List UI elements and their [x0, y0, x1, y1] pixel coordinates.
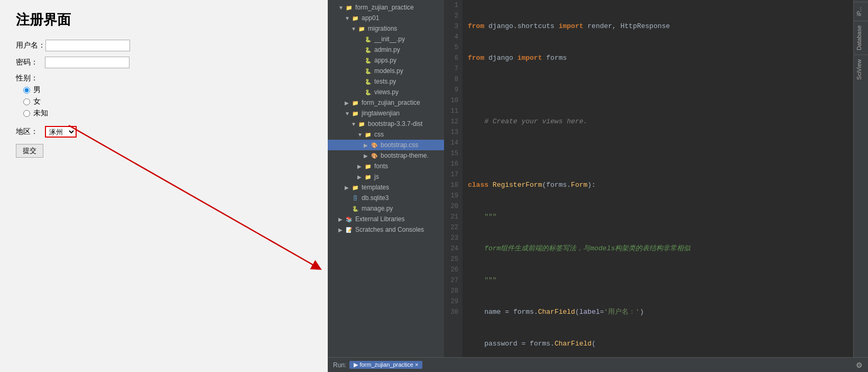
- libs-icon: 📚: [345, 215, 353, 223]
- tree-label: app01: [362, 14, 379, 22]
- tree-item-tests-py[interactable]: 🐍 tests.py: [328, 76, 444, 87]
- tree-item-external-libs[interactable]: ▶ 📚 External Libraries: [328, 214, 444, 224]
- password-label: 密码：: [16, 58, 45, 67]
- tree-label: migrations: [368, 25, 397, 32]
- tree-item-views-py[interactable]: 🐍 views.py: [328, 87, 444, 97]
- settings-gear-icon[interactable]: ⚙: [856, 361, 863, 369]
- radio-female-label: 女: [33, 97, 41, 106]
- tree-label: External Libraries: [355, 215, 404, 223]
- tree-label: jingtaiwenjian: [362, 110, 400, 117]
- line-numbers: 1 2 3 4 5 6 7 8 9 10 11 12 13 14: [444, 0, 463, 357]
- code-line-8: form组件生成前端的标签写法，与models构架类的表结构非常相似: [468, 243, 848, 254]
- line-num-13: 13: [448, 127, 458, 138]
- tab-database[interactable]: Database: [854, 21, 868, 55]
- line-num-9: 9: [448, 85, 458, 95]
- line-num-30: 30: [448, 307, 458, 317]
- tree-label: apps.py: [374, 57, 396, 64]
- folder-icon: 📁: [351, 98, 359, 107]
- red-arrow: [0, 0, 328, 372]
- radio-male[interactable]: [23, 87, 30, 94]
- folder-icon: 📁: [351, 109, 359, 117]
- username-input[interactable]: [45, 40, 130, 51]
- tree-item-jingtaiwenjian[interactable]: ▼ 📁 jingtaiwenjian: [328, 108, 444, 119]
- tree-item-apps-py[interactable]: 🐍 apps.py: [328, 55, 444, 66]
- svg-line-0: [69, 125, 317, 267]
- tree-item-form-zujian-practice[interactable]: ▼ 📁 form_zujian_practice: [328, 2, 444, 13]
- tab-ip[interactable]: iP...: [854, 2, 868, 21]
- username-label: 用户名：: [16, 41, 45, 50]
- radio-female-item: 女: [23, 97, 312, 106]
- py-file-icon: 🐍: [364, 56, 372, 65]
- tree-item-manage-py[interactable]: 🐍 manage.py: [328, 203, 444, 214]
- tree-item-scratches[interactable]: ▶ 📝 Scratches and Consoles: [328, 224, 444, 235]
- line-num-12: 12: [448, 116, 458, 127]
- tree-item-app01[interactable]: ▼ 📁 app01: [328, 13, 444, 23]
- code-line-9: """: [468, 275, 848, 286]
- run-indicator: Run: ▶ form_zujian_practice ×: [333, 361, 422, 369]
- tree-label: form_zujian_practice: [355, 4, 414, 11]
- py-file-icon: 🐍: [351, 204, 359, 213]
- close-tab-label[interactable]: ×: [415, 361, 418, 368]
- code-line-2: from django import forms: [468, 53, 848, 63]
- area-select[interactable]: 涿州 北京 保定: [45, 126, 77, 138]
- db-file-icon: 🗄: [351, 194, 359, 202]
- code-line-7: """: [468, 212, 848, 222]
- tree-label: db.sqlite3: [362, 194, 389, 202]
- tree-label: fonts: [374, 162, 388, 170]
- radio-unknown[interactable]: [23, 110, 30, 117]
- radio-female[interactable]: [23, 98, 30, 105]
- tree-item-db-sqlite[interactable]: 🗄 db.sqlite3: [328, 193, 444, 203]
- line-num-1: 1: [448, 0, 458, 11]
- file-tree[interactable]: ▼ 📁 form_zujian_practice ▼ 📁 app01 ▼ 📁 m…: [328, 0, 444, 357]
- ide-panel: ▼ 📁 form_zujian_practice ▼ 📁 app01 ▼ 📁 m…: [328, 0, 868, 372]
- folder-icon: 📁: [364, 130, 372, 139]
- line-num-5: 5: [448, 42, 458, 53]
- project-run-label[interactable]: ▶ form_zujian_practice ×: [349, 361, 422, 369]
- code-line-3: [468, 85, 848, 95]
- tree-item-bootstrap-theme[interactable]: ▶ 🎨 bootstrap-theme.: [328, 150, 444, 161]
- tree-item-admin-py[interactable]: 🐍 admin.py: [328, 44, 444, 55]
- run-text: Run:: [333, 361, 346, 369]
- tree-label: views.py: [374, 88, 399, 96]
- folder-icon: 📁: [364, 173, 372, 181]
- py-file-icon: 🐍: [364, 77, 372, 86]
- password-input[interactable]: [45, 57, 130, 68]
- tree-label: __init__.py: [374, 35, 405, 43]
- line-num-22: 22: [448, 222, 458, 233]
- line-num-17: 17: [448, 169, 458, 180]
- submit-button[interactable]: 提交: [16, 144, 43, 158]
- right-sidebar-tabs: iP... Database SciView: [853, 0, 868, 357]
- tree-item-models-py[interactable]: 🐍 models.py: [328, 66, 444, 76]
- password-row: 密码：: [16, 57, 312, 68]
- tree-item-migrations[interactable]: ▼ 📁 migrations: [328, 23, 444, 34]
- tree-item-bootstrap-dist[interactable]: ▼ 📁 bootstrap-3.3.7-dist: [328, 119, 444, 129]
- tree-item-fonts[interactable]: ▶ 📁 fonts: [328, 161, 444, 171]
- tree-label: models.py: [374, 67, 403, 75]
- code-editor[interactable]: 1 2 3 4 5 6 7 8 9 10 11 12 13 14: [444, 0, 853, 357]
- py-file-icon: 🐍: [364, 67, 372, 75]
- folder-icon: 📁: [345, 3, 353, 12]
- tab-sciview[interactable]: SciView: [854, 55, 868, 84]
- tree-item-bootstrap-css[interactable]: ▶ 🎨 bootstrap.css: [328, 140, 444, 150]
- radio-unknown-item: 未知: [23, 108, 312, 118]
- folder-icon: 📁: [357, 24, 366, 33]
- tree-item-templates[interactable]: ▶ 📁 templates: [328, 182, 444, 193]
- py-file-icon: 🐍: [364, 88, 372, 96]
- tree-item-js[interactable]: ▶ 📁 js: [328, 171, 444, 182]
- code-editor-wrapper: 1 2 3 4 5 6 7 8 9 10 11 12 13 14: [444, 0, 868, 357]
- radio-unknown-label: 未知: [33, 108, 48, 118]
- line-num-28: 28: [448, 286, 458, 296]
- tree-label: tests.py: [374, 78, 396, 85]
- tree-item-form-zujian2[interactable]: ▶ 📁 form_zujian_practice: [328, 97, 444, 108]
- css-file-icon: 🎨: [370, 141, 378, 149]
- tree-label: templates: [362, 184, 389, 191]
- line-num-8: 8: [448, 74, 458, 85]
- username-row: 用户名：: [16, 40, 312, 51]
- tree-item-css[interactable]: ▼ 📁 css: [328, 129, 444, 140]
- tree-item-init-py[interactable]: 🐍 __init__.py: [328, 34, 444, 44]
- status-bar: Run: ▶ form_zujian_practice × ⚙: [328, 357, 868, 372]
- radio-male-item: 男: [23, 85, 312, 95]
- folder-icon: 📁: [364, 162, 372, 170]
- scratches-icon: 📝: [345, 225, 353, 234]
- code-content: from django.shortcuts import render, Htt…: [463, 0, 853, 357]
